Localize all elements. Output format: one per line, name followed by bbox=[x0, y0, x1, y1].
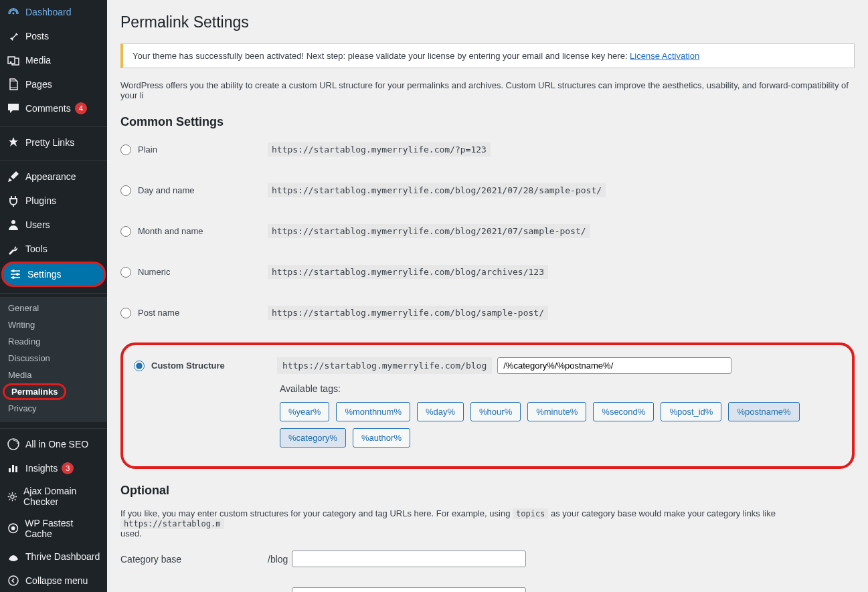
svg-point-4 bbox=[16, 273, 19, 276]
custom-structure-label: Custom Structure bbox=[151, 361, 225, 371]
sidebar-item-label: Collapse menu bbox=[25, 575, 88, 586]
permalink-example: https://startablog.mymerrylife.com/blog/… bbox=[268, 224, 590, 238]
sidebar-item-label: Comments bbox=[25, 103, 71, 114]
sidebar-item-collapse-menu[interactable]: Collapse menu bbox=[0, 569, 107, 592]
svg-point-3 bbox=[12, 270, 15, 272]
sidebar-item-label: Pretty Links bbox=[25, 137, 74, 148]
sidebar-item-users[interactable]: Users bbox=[0, 213, 107, 237]
permalink-option-post-name: Post namehttps://startablog.mymerrylife.… bbox=[120, 306, 855, 320]
license-activation-link[interactable]: License Activation bbox=[630, 51, 699, 61]
permalink-example: https://startablog.mymerrylife.com/blog/… bbox=[268, 183, 606, 197]
tag-base-input[interactable] bbox=[292, 587, 526, 592]
brush-icon bbox=[7, 170, 20, 183]
star-icon bbox=[7, 136, 20, 149]
category-base-label: Category base bbox=[120, 554, 268, 565]
custom-structure-block: Custom Structure https://startablog.myme… bbox=[120, 342, 855, 469]
sidebar-item-plugins[interactable]: Plugins bbox=[0, 189, 107, 213]
permalink-example: https://startablog.mymerrylife.com/blog/… bbox=[268, 265, 548, 279]
custom-structure-input[interactable] bbox=[497, 357, 731, 374]
sidebar-item-wp-fastest-cache[interactable]: WP Fastest Cache bbox=[0, 512, 107, 545]
tag-button-post_id[interactable]: %post_id% bbox=[661, 402, 721, 421]
permalink-option-numeric: Numerichttps://startablog.mymerrylife.co… bbox=[120, 265, 855, 279]
sidebar-item-pretty-links[interactable]: Pretty Links bbox=[0, 130, 107, 155]
available-tags-label: Available tags: bbox=[280, 383, 841, 394]
sidebar-item-comments[interactable]: Comments4 bbox=[0, 96, 107, 120]
count-badge: 3 bbox=[62, 462, 74, 474]
sidebar-sub-item-general[interactable]: General bbox=[0, 300, 107, 316]
sidebar-item-label: Appearance bbox=[25, 171, 76, 182]
pages-icon bbox=[7, 78, 20, 91]
main-content: Permalink Settings Your theme has succes… bbox=[107, 0, 868, 592]
sidebar-item-posts[interactable]: Posts bbox=[0, 24, 107, 48]
sidebar-sub-item-privacy[interactable]: Privacy bbox=[0, 400, 107, 417]
common-settings-heading: Common Settings bbox=[120, 115, 855, 129]
permalink-radio-month-and-name[interactable] bbox=[120, 226, 131, 237]
permalink-radio-day-and-name[interactable] bbox=[120, 185, 131, 196]
tag-button-author[interactable]: %author% bbox=[353, 428, 410, 448]
page-title: Permalink Settings bbox=[120, 13, 855, 31]
sidebar-sub-item-media[interactable]: Media bbox=[0, 367, 107, 383]
gear-icon bbox=[7, 490, 18, 503]
tag-button-second[interactable]: %second% bbox=[593, 402, 654, 421]
sidebar-item-dashboard[interactable]: Dashboard bbox=[0, 0, 107, 24]
svg-point-0 bbox=[13, 13, 15, 15]
svg-point-9 bbox=[11, 526, 15, 530]
sidebar-item-settings[interactable]: Settings bbox=[1, 262, 106, 287]
permalink-option-month-and-name: Month and namehttps://startablog.mymerry… bbox=[120, 224, 855, 238]
permalink-option-label: Day and name bbox=[138, 185, 195, 195]
media-icon bbox=[7, 54, 20, 67]
sliders-icon bbox=[9, 268, 22, 281]
tag-button-hour[interactable]: %hour% bbox=[470, 402, 521, 421]
sidebar-item-label: Media bbox=[25, 55, 51, 66]
permalink-radio-numeric[interactable] bbox=[120, 267, 131, 278]
svg-point-2 bbox=[11, 220, 15, 224]
svg-point-5 bbox=[12, 276, 15, 279]
tag-button-monthnum[interactable]: %monthnum% bbox=[336, 402, 410, 421]
tag-button-category[interactable]: %category% bbox=[280, 428, 346, 448]
count-badge: 4 bbox=[75, 102, 87, 114]
sidebar-item-pages[interactable]: Pages bbox=[0, 72, 107, 96]
sidebar-item-ajax-domain-checker[interactable]: Ajax Domain Checker bbox=[0, 480, 107, 512]
thrive-icon bbox=[7, 550, 20, 563]
permalink-option-label: Plain bbox=[138, 144, 157, 155]
comment-icon bbox=[7, 102, 20, 115]
sidebar-item-label: Tools bbox=[25, 243, 48, 254]
sidebar-sub-item-writing[interactable]: Writing bbox=[0, 316, 107, 333]
sidebar-item-media[interactable]: Media bbox=[0, 48, 107, 72]
sidebar-item-label: Ajax Domain Checker bbox=[23, 486, 100, 507]
sidebar-sub-item-permalinks[interactable]: Permalinks bbox=[3, 383, 66, 400]
permalink-example: https://startablog.mymerrylife.com/blog/… bbox=[268, 306, 548, 320]
sidebar-sub-item-discussion[interactable]: Discussion bbox=[0, 350, 107, 367]
tag-button-year[interactable]: %year% bbox=[280, 402, 329, 421]
sidebar-item-label: Settings bbox=[27, 269, 62, 280]
permalink-radio-plain[interactable] bbox=[120, 144, 131, 155]
user-icon bbox=[7, 218, 20, 231]
custom-url-prefix: https://startablog.mymerrylife.com/blog bbox=[277, 357, 492, 374]
collapse-icon bbox=[7, 574, 20, 587]
intro-text: WordPress offers you the ability to crea… bbox=[120, 80, 855, 100]
wrench-icon bbox=[7, 242, 20, 256]
category-base-input[interactable] bbox=[292, 551, 526, 567]
sidebar-item-label: Posts bbox=[25, 31, 49, 41]
sidebar-sub-item-reading[interactable]: Reading bbox=[0, 333, 107, 350]
sidebar-item-insights[interactable]: Insights3 bbox=[0, 456, 107, 480]
permalink-option-day-and-name: Day and namehttps://startablog.mymerryli… bbox=[120, 183, 855, 197]
optional-text: If you like, you may enter custom struct… bbox=[120, 508, 855, 538]
sidebar-item-label: Dashboard bbox=[25, 7, 72, 17]
tag-button-postname[interactable]: %postname% bbox=[728, 402, 799, 421]
permalink-radio-post-name[interactable] bbox=[120, 308, 131, 318]
tag-button-minute[interactable]: %minute% bbox=[527, 402, 586, 421]
sidebar-item-appearance[interactable]: Appearance bbox=[0, 165, 107, 189]
svg-point-1 bbox=[10, 62, 12, 64]
admin-sidebar: DashboardPostsMediaPagesComments4Pretty … bbox=[0, 0, 107, 592]
custom-structure-radio[interactable] bbox=[134, 361, 145, 371]
sidebar-item-thrive-dashboard[interactable]: Thrive Dashboard bbox=[0, 545, 107, 569]
sidebar-item-tools[interactable]: Tools bbox=[0, 237, 107, 261]
permalink-example: https://startablog.mymerrylife.com/?p=12… bbox=[268, 142, 491, 157]
sidebar-item-label: Pages bbox=[25, 79, 52, 90]
sidebar-item-label: Users bbox=[25, 219, 50, 230]
sidebar-item-all-in-one-seo[interactable]: All in One SEO bbox=[0, 432, 107, 456]
tag-button-day[interactable]: %day% bbox=[417, 402, 464, 421]
permalink-option-label: Month and name bbox=[138, 226, 203, 236]
sidebar-item-label: Plugins bbox=[25, 195, 56, 206]
